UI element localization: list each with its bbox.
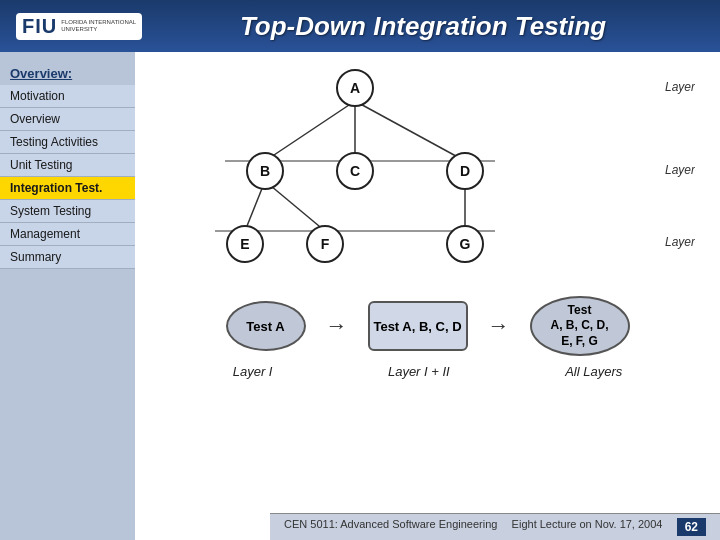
layer-3-label: Layer III (665, 235, 695, 249)
test-a-oval: Test A (226, 301, 306, 351)
svg-text:C: C (350, 163, 360, 179)
sidebar-item-testing-activities[interactable]: Testing Activities (0, 131, 135, 154)
arrow-1: → (326, 313, 348, 339)
flow-diagram: Test A → Test A, B, C, D → Test A, B, C,… (155, 296, 700, 356)
svg-text:A: A (350, 80, 360, 96)
svg-line-4 (265, 181, 325, 231)
logo-subtitle: FLORIDA INTERNATIONAL UNIVERSITY (61, 19, 136, 33)
arrow-2: → (488, 313, 510, 339)
svg-text:G: G (460, 236, 471, 252)
logo-fiu: FIU (22, 15, 57, 38)
logo-box: FIU FLORIDA INTERNATIONAL UNIVERSITY (16, 13, 142, 40)
footer-page: 62 (677, 518, 706, 536)
sidebar-item-summary[interactable]: Summary (0, 246, 135, 269)
layer-1-label: Layer I (665, 80, 695, 94)
sidebar: Overview: Motivation Overview Testing Ac… (0, 52, 135, 540)
sidebar-item-overview[interactable]: Overview (0, 108, 135, 131)
svg-line-2 (355, 101, 465, 161)
test-abcd-rect: Test A, B, C, D (368, 301, 468, 351)
svg-line-0 (265, 101, 355, 161)
sidebar-item-management[interactable]: Management (0, 223, 135, 246)
layer-flow-3: All Layers (565, 364, 622, 379)
footer-center: Eight Lecture on Nov. 17, 2004 (512, 518, 663, 536)
logo-area: FIU FLORIDA INTERNATIONAL UNIVERSITY (16, 13, 142, 40)
sidebar-item-system-testing[interactable]: System Testing (0, 200, 135, 223)
header: FIU FLORIDA INTERNATIONAL UNIVERSITY Top… (0, 0, 720, 52)
svg-text:D: D (460, 163, 470, 179)
svg-text:B: B (260, 163, 270, 179)
sidebar-heading: Overview: (0, 62, 135, 85)
layer-flow-2: Layer I + II (388, 364, 450, 379)
svg-text:F: F (321, 236, 330, 252)
footer-left: CEN 5011: Advanced Software Engineering (284, 518, 497, 536)
footer: CEN 5011: Advanced Software Engineering … (270, 513, 720, 540)
sidebar-item-motivation[interactable]: Motivation (0, 85, 135, 108)
svg-text:E: E (240, 236, 249, 252)
tree-diagram: A B C D E F G Layer (155, 66, 700, 286)
sidebar-item-unit-testing[interactable]: Unit Testing (0, 154, 135, 177)
layer-2-label: Layer II (665, 163, 695, 177)
sidebar-item-integration-test[interactable]: Integration Test. (0, 177, 135, 200)
content-area: A B C D E F G Layer (135, 52, 720, 540)
page-title: Top-Down Integration Testing (142, 11, 704, 42)
test-all-oval: Test A, B, C, D, E, F, G (530, 296, 630, 356)
main-layout: Overview: Motivation Overview Testing Ac… (0, 52, 720, 540)
layer-flow-1: Layer I (233, 364, 273, 379)
layer-flow-labels: Layer I Layer I + II All Layers (155, 364, 700, 379)
tree-svg: A B C D E F G Layer (155, 66, 695, 286)
